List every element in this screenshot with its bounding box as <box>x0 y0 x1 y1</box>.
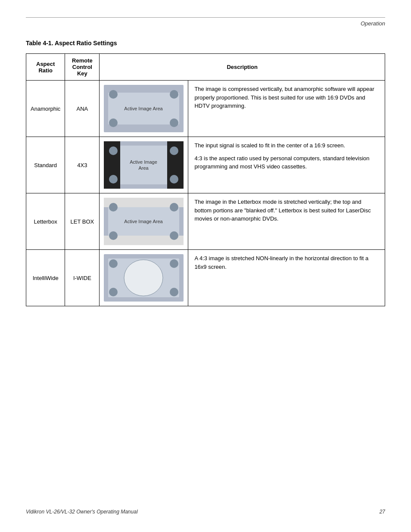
header-divider <box>26 17 385 18</box>
svg-point-2 <box>109 90 118 99</box>
description-cell: The image in the Letterbox mode is stret… <box>188 193 385 250</box>
svg-point-4 <box>109 118 118 127</box>
aspect-ratio-cell: Letterbox <box>26 193 65 250</box>
image-cell: Active Image Area <box>100 193 188 250</box>
footer-left: Vidikron VL-26/VL-32 Owner's Operating M… <box>26 509 138 515</box>
diagram <box>104 254 184 302</box>
aspect-ratio-cell: IntelliWide <box>26 250 65 306</box>
col-header-aspect-ratio: Aspect Ratio <box>26 54 65 81</box>
svg-point-31 <box>109 288 118 296</box>
svg-point-28 <box>124 260 163 296</box>
svg-text:Active Image: Active Image <box>130 159 158 165</box>
col-header-remote-key: Remote Control Key <box>65 54 100 81</box>
svg-point-30 <box>170 259 178 268</box>
aspect-ratio-cell: Standard <box>26 137 65 193</box>
remote-key-cell: I-WIDE <box>65 250 100 306</box>
aspect-ratio-cell: Anamorphic <box>26 81 65 137</box>
image-cell: Active Image Area <box>100 137 188 193</box>
svg-point-5 <box>170 118 178 127</box>
image-cell: Active Image Area <box>100 81 188 137</box>
svg-point-21 <box>109 203 118 212</box>
svg-point-23 <box>109 231 118 240</box>
table-title: Table 4-1. Aspect Ratio Settings <box>26 40 385 47</box>
description-cell: The input signal is scaled to fit in the… <box>188 137 385 193</box>
page-footer: Vidikron VL-26/VL-32 Owner's Operating M… <box>26 509 385 515</box>
svg-text:Area: Area <box>139 165 149 171</box>
description-cell: A 4:3 image is stretched NON-linearly in… <box>188 250 385 306</box>
col-header-description: Description <box>100 54 385 81</box>
diagram: Active Image Area <box>104 198 184 245</box>
remote-key-cell: ANA <box>65 81 100 137</box>
svg-point-22 <box>170 203 178 212</box>
remote-key-cell: 4X3 <box>65 137 100 193</box>
diagram: Active Image Area <box>104 141 184 189</box>
diagram: Active Image Area <box>104 85 184 132</box>
svg-point-32 <box>170 288 178 296</box>
description-cell: The image is compressed vertically, but … <box>188 81 385 137</box>
page-header: Operation <box>26 20 385 27</box>
svg-point-12 <box>170 146 178 155</box>
svg-rect-10 <box>120 146 167 184</box>
svg-point-13 <box>109 175 118 184</box>
svg-text:Active Image Area: Active Image Area <box>125 106 163 111</box>
footer-right: 27 <box>380 509 385 515</box>
svg-point-3 <box>170 90 178 99</box>
section-label: Operation <box>361 20 385 27</box>
page: Operation Table 4-1. Aspect Ratio Settin… <box>0 0 411 532</box>
svg-point-29 <box>109 259 118 268</box>
remote-key-cell: LET BOX <box>65 193 100 250</box>
svg-point-14 <box>170 175 178 184</box>
aspect-ratio-table: Aspect Ratio Remote Control Key Descript… <box>26 53 385 306</box>
svg-point-11 <box>109 146 118 155</box>
image-cell <box>100 250 188 306</box>
svg-text:Active Image Area: Active Image Area <box>125 219 163 224</box>
svg-point-24 <box>170 231 178 240</box>
